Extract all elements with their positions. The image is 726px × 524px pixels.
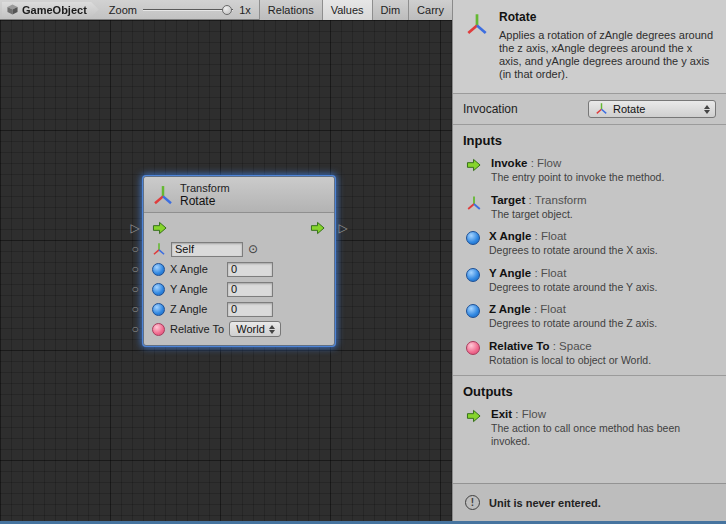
breadcrumb-label: GameObject [22, 4, 87, 16]
self-field[interactable]: Self [171, 242, 243, 257]
y-angle-row: ○ Y Angle 0 [152, 279, 326, 299]
gameobject-cube-icon [7, 4, 18, 15]
tab-values[interactable]: Values [322, 0, 372, 20]
x-angle-input[interactable]: 0 [227, 262, 273, 277]
breadcrumb-gameobject[interactable]: GameObject [2, 2, 99, 18]
zoom-value: 1x [239, 4, 251, 16]
zoom-slider[interactable] [143, 3, 233, 17]
port-type: Flow [537, 157, 561, 169]
inputs-section-title: Inputs [453, 125, 726, 152]
port-info-target: Target : Transform The target object. [453, 189, 726, 226]
transform-icon [465, 12, 489, 36]
port-type: Float [541, 267, 567, 279]
port-name: Relative To [489, 340, 550, 352]
y-angle-port[interactable]: ○ [128, 283, 142, 295]
flow-arrow-icon [466, 409, 482, 423]
port-description: The target object. [491, 208, 587, 221]
space-icon [466, 341, 480, 355]
bolt-graph-window: GameObject Zoom 1x Relations Values Dim … [0, 0, 726, 524]
node-header[interactable]: Transform Rotate [144, 177, 334, 213]
port-type: Float [540, 303, 566, 315]
port-type: Float [541, 230, 567, 242]
relative-to-dropdown[interactable]: World [229, 321, 281, 337]
port-type: Flow [522, 408, 546, 420]
node-body: ▷ ▷ ○ Self ⊙ ○ X [144, 213, 334, 345]
dropdown-arrows-icon [269, 325, 276, 334]
inspector-title: Rotate [499, 10, 714, 24]
port-name: X Angle [489, 230, 531, 242]
z-angle-input[interactable]: 0 [227, 302, 273, 317]
port-name: Y Angle [489, 267, 531, 279]
zoom-slider-track [143, 9, 233, 11]
invocation-label: Invocation [463, 102, 518, 116]
port-description: Rotation is local to object or World. [489, 354, 651, 367]
x-angle-row: ○ X Angle 0 [152, 259, 326, 279]
node-subtitle: Rotate [180, 195, 230, 208]
port-info-z-angle: Z Angle : Float Degrees to rotate around… [453, 298, 726, 335]
port-description: Degrees to rotate around the Y axis. [489, 281, 657, 294]
y-angle-input[interactable]: 0 [227, 282, 273, 297]
float-icon[interactable] [152, 283, 165, 296]
transform-icon [152, 184, 174, 206]
target-row: ○ Self ⊙ [152, 239, 326, 259]
tab-dim[interactable]: Dim [372, 0, 409, 20]
target-port[interactable]: ○ [128, 243, 142, 255]
warning-icon: ! [465, 495, 480, 510]
flow-input-port[interactable]: ▷ [128, 222, 142, 234]
relative-to-label: Relative To [170, 323, 224, 335]
float-icon [466, 304, 480, 318]
port-description: Degrees to rotate around the Z axis. [489, 317, 657, 330]
transform-icon [595, 102, 609, 116]
warning-bar: ! Unit is never entered. [453, 483, 726, 521]
invocation-dropdown[interactable]: Rotate [588, 100, 716, 118]
port-name: Target [491, 194, 525, 206]
node-title: Transform [180, 182, 230, 195]
relative-to-port[interactable]: ○ [128, 323, 142, 335]
port-name: Exit [491, 408, 512, 420]
inspector-header: Rotate Applies a rotation of zAngle degr… [453, 0, 726, 94]
transform-icon [152, 242, 166, 256]
port-description: Degrees to rotate around the X axis. [489, 244, 658, 257]
flow-output-port[interactable]: ▷ [336, 222, 350, 234]
port-info-relative-to: Relative To : Space Rotation is local to… [453, 335, 726, 372]
invoke-flow-arrow-icon[interactable] [152, 221, 168, 235]
port-info-y-angle: Y Angle : Float Degrees to rotate around… [453, 262, 726, 299]
port-info-invoke: Invoke : Flow The entry point to invoke … [453, 152, 726, 189]
rotate-unit-node[interactable]: Transform Rotate ▷ ▷ ○ S [143, 176, 335, 346]
inspector-sidebar: Rotate Applies a rotation of zAngle degr… [452, 0, 726, 521]
z-angle-port[interactable]: ○ [128, 303, 142, 315]
float-icon [466, 268, 480, 282]
port-description: The entry point to invoke the method. [491, 171, 664, 184]
canvas-pane: GameObject Zoom 1x Relations Values Dim … [0, 0, 452, 521]
space-icon[interactable] [152, 323, 165, 336]
tab-relations[interactable]: Relations [259, 0, 322, 20]
zoom-label: Zoom [109, 4, 137, 16]
z-angle-label: Z Angle [170, 303, 222, 315]
x-angle-port[interactable]: ○ [128, 263, 142, 275]
float-icon[interactable] [152, 303, 165, 316]
y-angle-label: Y Angle [170, 283, 222, 295]
z-angle-row: ○ Z Angle 0 [152, 299, 326, 319]
flow-arrow-icon [466, 158, 482, 172]
port-type: Transform [535, 194, 587, 206]
graph-toolbar: GameObject Zoom 1x Relations Values Dim … [0, 0, 452, 20]
float-icon[interactable] [152, 263, 165, 276]
tab-carry[interactable]: Carry [408, 0, 452, 20]
x-angle-label: X Angle [170, 263, 222, 275]
object-picker-icon[interactable]: ⊙ [248, 242, 258, 256]
port-info-exit: Exit : Flow The action to call once meth… [453, 403, 726, 452]
relative-to-row: ○ Relative To World [152, 319, 326, 339]
warning-text: Unit is never entered. [489, 497, 601, 509]
port-name: Invoke [491, 157, 527, 169]
port-name: Z Angle [489, 303, 531, 315]
exit-flow-arrow-icon[interactable] [310, 221, 326, 235]
float-icon [466, 231, 480, 245]
relative-to-value: World [236, 323, 265, 335]
port-description: The action to call once method has been … [491, 422, 716, 447]
graph-canvas[interactable]: Transform Rotate ▷ ▷ ○ S [0, 20, 452, 521]
outputs-section-title: Outputs [453, 375, 726, 403]
zoom-slider-knob[interactable] [222, 5, 232, 15]
port-info-x-angle: X Angle : Float Degrees to rotate around… [453, 225, 726, 262]
flow-row: ▷ ▷ [152, 217, 326, 239]
port-type: Space [559, 340, 592, 352]
